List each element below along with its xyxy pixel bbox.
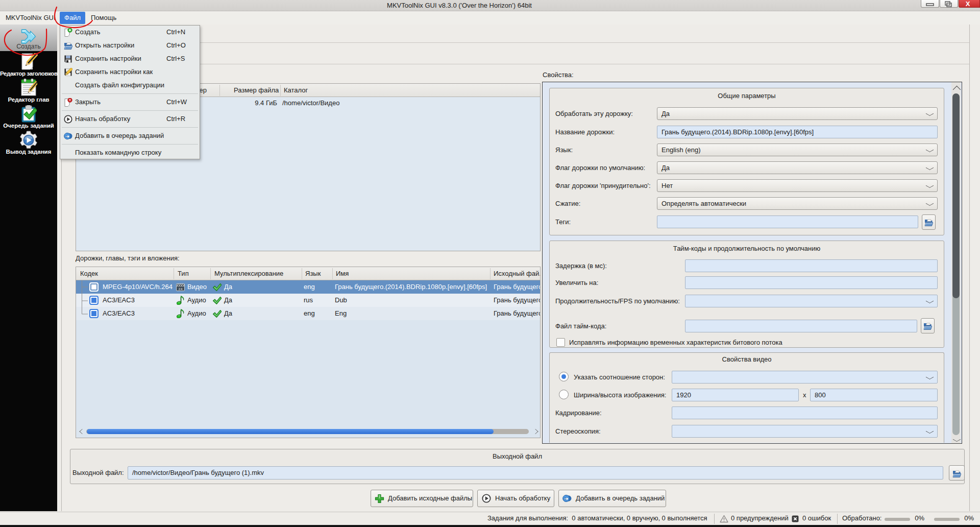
svg-text:X: X [966, 0, 970, 8]
svg-text:2:4: 2:4 [179, 288, 183, 291]
